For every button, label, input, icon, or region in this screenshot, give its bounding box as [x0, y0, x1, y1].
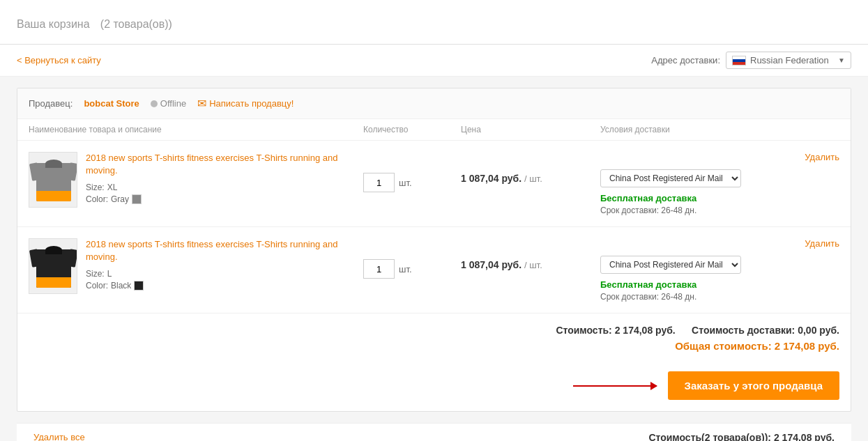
delivery-address-row: Адрес доставки: Russian Federation ▼ [651, 52, 851, 69]
cost-row: Стоимость: 2 174,08 руб. Стоимость доста… [29, 325, 839, 336]
qty-unit: шт. [399, 178, 412, 188]
price-per: / шт. [524, 260, 542, 270]
tshirt-gray-image [29, 153, 77, 208]
page-title: Ваша корзина (2 товара(ов)) [17, 11, 851, 33]
total-items-value: 2 174,08 руб. [774, 432, 835, 441]
delete-item-button[interactable]: Удалить [805, 238, 839, 249]
seller-label: Продавец: [29, 98, 73, 109]
product-size: Size: XL [86, 183, 363, 192]
product-color: Color: Black [86, 281, 363, 291]
product-info: 2018 new sports T-shirts fitness exercis… [86, 152, 363, 206]
color-swatch-icon [132, 194, 142, 204]
total-value: 2 174,08 руб. [775, 340, 839, 352]
title-text: Ваша корзина [17, 18, 90, 30]
shirt-collar [45, 160, 62, 168]
top-bar: < Вернуться к сайту Адрес доставки: Russ… [0, 45, 868, 77]
product-color: Color: Gray [86, 194, 363, 204]
price-value: 1 087,04 руб. [461, 259, 521, 270]
shipping-cost-label: Стоимость доставки: [692, 325, 795, 336]
delivery-days: Срок доставки: 26-48 дн. [600, 292, 839, 302]
order-button-row: Заказать у этого продавца [17, 371, 851, 411]
offline-dot-icon [151, 100, 158, 107]
shirt-orange-band [36, 277, 71, 288]
price-per: / шт. [524, 173, 542, 184]
price-value: 1 087,04 руб. [461, 173, 521, 184]
main-content: Продавец: bobcat Store Offline ✉ Написат… [0, 77, 868, 441]
table-header: Наименование товара и описание Количеств… [17, 119, 851, 141]
shipping-method-select[interactable]: China Post Registered Air Mail [600, 256, 741, 274]
delivery-days: Срок доставки: 26-48 дн. [600, 206, 839, 215]
qty-unit: шт. [399, 264, 412, 274]
free-shipping-label: Бесплатная доставка [600, 279, 839, 290]
back-to-site-link[interactable]: < Вернуться к сайту [17, 55, 101, 65]
col-shipping-header: Условия доставки [600, 125, 839, 134]
seller-bar: Продавец: bobcat Store Offline ✉ Написат… [17, 88, 851, 119]
product-image [29, 238, 77, 294]
price-cell: 1 087,04 руб. / шт. [461, 152, 600, 184]
cost-label: Стоимость: [556, 325, 611, 336]
cart-summary: Стоимость: 2 174,08 руб. Стоимость доста… [17, 314, 851, 371]
total-label: Общая стоимость: [675, 340, 772, 352]
delete-item-button[interactable]: Удалить [805, 152, 839, 162]
qty-input[interactable] [363, 259, 395, 279]
cart-box: Продавец: bobcat Store Offline ✉ Написат… [17, 88, 851, 412]
write-seller-label: Написать продавцу! [209, 98, 294, 109]
shipping-cost-value: 0,00 руб. [798, 325, 839, 336]
color-swatch-icon [134, 281, 144, 291]
product-cell: 2018 new sports T-shirts fitness exercis… [29, 238, 363, 294]
shipping-method-select[interactable]: China Post Registered Air Mail [600, 169, 741, 187]
offline-badge: Offline [151, 98, 186, 109]
col-product-header: Наименование товара и описание [29, 125, 363, 134]
arrow-line-icon [573, 385, 657, 387]
shipping-cell: China Post Registered Air Mail Бесплатна… [600, 238, 839, 302]
qty-cell: шт. [363, 152, 461, 192]
shipping-select-wrap: China Post Registered Air Mail [600, 169, 839, 187]
price-cell: 1 087,04 руб. / шт. [461, 238, 600, 270]
chevron-down-icon: ▼ [838, 56, 845, 64]
write-seller-link[interactable]: ✉ Написать продавцу! [197, 97, 294, 110]
product-name-link[interactable]: 2018 new sports T-shirts fitness exercis… [86, 152, 363, 177]
seller-name: bobcat Store [84, 98, 139, 109]
delivery-country-text: Russian Federation [750, 55, 829, 65]
bottom-right: Стоимость(2 товара(ов)): 2 174,08 руб. С… [587, 432, 835, 441]
items-count: (2 товара(ов)) [100, 18, 172, 30]
cost-value: 2 174,08 руб. [615, 325, 676, 336]
table-row: 2018 new sports T-shirts fitness exercis… [17, 141, 851, 227]
product-image [29, 152, 77, 208]
email-icon: ✉ [197, 97, 206, 110]
delete-all-button[interactable]: Удалить все [33, 432, 118, 441]
shirt-collar [45, 246, 62, 254]
order-button[interactable]: Заказать у этого продавца [668, 371, 839, 400]
bottom-total-items-row: Стоимость(2 товара(ов)): 2 174,08 руб. [587, 432, 835, 441]
col-price-header: Цена [461, 125, 600, 134]
product-cell: 2018 new sports T-shirts fitness exercis… [29, 152, 363, 208]
delivery-label: Адрес доставки: [651, 55, 720, 65]
product-info: 2018 new sports T-shirts fitness exercis… [86, 238, 363, 293]
tshirt-black-image [29, 239, 77, 294]
shipping-select-wrap: China Post Registered Air Mail [600, 256, 839, 274]
qty-input[interactable] [363, 173, 395, 192]
offline-text: Offline [160, 98, 186, 109]
qty-cell: шт. [363, 238, 461, 279]
product-size: Size: L [86, 269, 363, 279]
free-shipping-label: Бесплатная доставка [600, 193, 839, 203]
total-row: Общая стоимость: 2 174,08 руб. [29, 340, 839, 352]
bottom-left: Удалить все < Вернуться к сайту [33, 432, 118, 441]
shipping-cell: China Post Registered Air Mail Бесплатна… [600, 152, 839, 215]
arrow-indicator [573, 385, 657, 387]
shirt-orange-band [36, 191, 71, 201]
delivery-country-select[interactable]: Russian Federation ▼ [726, 52, 851, 69]
table-row: 2018 new sports T-shirts fitness exercis… [17, 227, 851, 314]
product-name-link[interactable]: 2018 new sports T-shirts fitness exercis… [86, 238, 363, 263]
russia-flag-icon [732, 56, 746, 65]
col-qty-header: Количество [363, 125, 461, 134]
bottom-bar: Удалить все < Вернуться к сайту Стоимост… [17, 423, 851, 441]
page-header: Ваша корзина (2 товара(ов)) [0, 0, 868, 45]
total-items-label: Стоимость(2 товара(ов)): [648, 432, 771, 441]
